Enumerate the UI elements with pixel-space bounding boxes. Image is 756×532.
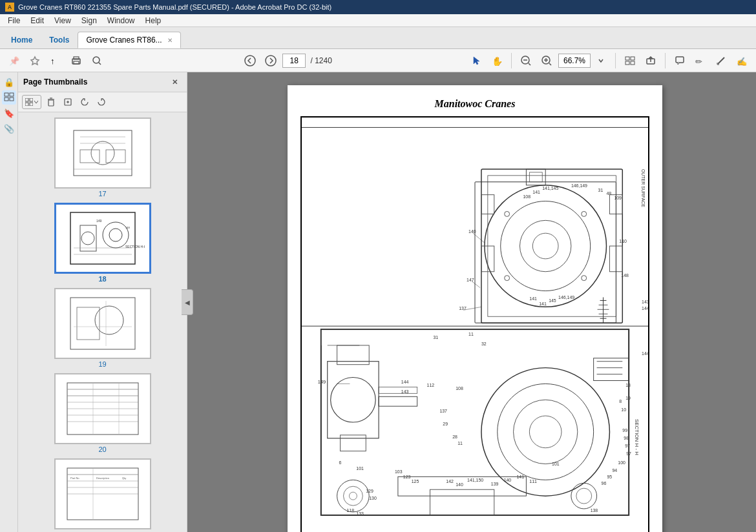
bookmark-icon[interactable]: 🔖 [2, 106, 16, 120]
tab-document[interactable]: Grove Cranes RT86... ✕ [78, 32, 180, 48]
tab-home-label: Home [11, 36, 32, 45]
svg-text:141: 141 [532, 190, 540, 194]
toolbar-search-btn[interactable] [88, 52, 106, 70]
svg-text:99: 99 [622, 428, 627, 433]
menu-sign[interactable]: Sign [76, 15, 102, 26]
menu-edit[interactable]: Edit [25, 15, 49, 26]
pdf-page-title: Manitowoc Cranes [300, 98, 649, 110]
zoom-dropdown-btn[interactable] [592, 52, 610, 70]
svg-text:139: 139 [491, 482, 499, 486]
svg-text:148: 148 [125, 226, 130, 229]
thumb-rotate-left-btn[interactable] [78, 95, 92, 109]
tab-tools[interactable]: Tools [41, 32, 78, 48]
svg-text:141: 141 [539, 302, 547, 306]
lock-icon[interactable]: 🔒 [2, 75, 16, 89]
thumb-img-20[interactable] [54, 373, 151, 444]
svg-rect-33 [30, 98, 33, 101]
share-btn[interactable] [642, 52, 660, 70]
thumb-label-20: 20 [98, 445, 106, 453]
svg-rect-32 [25, 98, 28, 101]
page-number-input[interactable]: 18 [282, 54, 306, 68]
select-tool-btn[interactable] [467, 52, 485, 70]
thumb-page-18[interactable]: 149 148 SECTION H-H 18 [54, 203, 151, 283]
svg-text:110: 110 [619, 239, 627, 243]
toolbar-pin-btn[interactable]: 📌 [5, 52, 23, 70]
thumb-img-18[interactable]: 149 148 SECTION H-H [54, 203, 151, 274]
fill-sign-btn[interactable]: ✍ [733, 52, 751, 70]
menu-window[interactable]: Window [102, 15, 140, 26]
thumbnails-header: Page Thumbnails ✕ [18, 72, 187, 92]
svg-rect-18 [625, 57, 629, 60]
svg-text:8: 8 [619, 399, 622, 404]
svg-rect-4 [74, 57, 79, 59]
svg-text:141,145: 141,145 [542, 186, 558, 190]
thumb-img-17[interactable] [54, 118, 151, 189]
thumb-rotate-right-btn[interactable] [94, 95, 109, 109]
svg-text:98: 98 [624, 436, 629, 440]
thumb-img-21[interactable]: Part No. Description Qty [54, 458, 151, 529]
toolbar-star-btn[interactable] [26, 52, 44, 70]
attachment-icon[interactable]: 📎 [2, 121, 16, 136]
svg-text:141: 141 [529, 296, 537, 301]
toolbar-print-btn[interactable] [67, 52, 85, 70]
svg-rect-61 [61, 294, 145, 353]
thumbnails-scroll[interactable]: 17 [18, 112, 187, 532]
svg-text:Description: Description [96, 476, 109, 480]
svg-text:↑: ↑ [50, 56, 55, 66]
view-options-btn[interactable] [621, 52, 639, 70]
zoom-input[interactable]: 66.7% [558, 54, 591, 68]
tab-home[interactable]: Home [3, 32, 41, 48]
draw-btn[interactable] [712, 52, 730, 70]
tab-close-icon[interactable]: ✕ [167, 37, 173, 44]
svg-text:📌: 📌 [9, 56, 19, 66]
svg-rect-31 [10, 97, 14, 101]
svg-text:129: 129 [366, 489, 373, 493]
svg-text:146,149: 146,149 [558, 295, 574, 300]
thumb-insert-btn[interactable] [61, 95, 75, 109]
svg-rect-5 [74, 61, 79, 64]
highlight-btn[interactable]: ✏ [691, 52, 709, 70]
collapse-panel-btn[interactable]: ◀ [182, 289, 193, 315]
svg-text:144: 144 [642, 306, 648, 311]
zoom-control: 66.7% [558, 52, 610, 70]
zoom-out-btn[interactable] [517, 52, 535, 70]
svg-text:100: 100 [618, 460, 625, 465]
svg-line-13 [529, 63, 530, 65]
svg-text:143: 143 [642, 300, 648, 304]
pdf-area[interactable]: Manitowoc Cranes OUTER SURFACE [187, 72, 756, 532]
svg-text:138: 138 [591, 508, 598, 513]
svg-text:95: 95 [607, 475, 612, 479]
thumb-view-dropdown[interactable] [22, 95, 41, 109]
thumb-page-20[interactable]: 20 [54, 373, 151, 453]
thumb-delete-btn[interactable] [44, 95, 58, 109]
thumb-page-17[interactable]: 17 [54, 118, 151, 198]
zoom-in-btn[interactable] [538, 52, 556, 70]
svg-text:OUTER SURFACE: OUTER SURFACE [641, 169, 646, 207]
menu-help[interactable]: Help [140, 15, 167, 26]
hand-tool-btn[interactable]: ✋ [488, 52, 506, 70]
thumbnails-icon[interactable] [2, 90, 16, 105]
thumb-img-19[interactable] [54, 288, 151, 359]
next-page-btn[interactable] [262, 52, 280, 70]
svg-text:Part No.: Part No. [70, 476, 80, 480]
thumb-page-21[interactable]: Part No. Description Qty 21 [54, 458, 151, 532]
toolbar: 📌 ↑ 18 / 1240 ✋ 66.7% [0, 49, 756, 72]
thumbnails-close-btn[interactable]: ✕ [167, 75, 182, 89]
svg-text:112: 112 [427, 383, 435, 387]
svg-text:140: 140 [456, 482, 463, 487]
svg-text:125: 125 [412, 479, 419, 484]
svg-text:94: 94 [612, 468, 617, 473]
svg-rect-24 [676, 57, 684, 63]
prev-page-btn[interactable] [241, 52, 259, 70]
menu-file[interactable]: File [3, 15, 25, 26]
svg-point-6 [93, 57, 100, 63]
comment-btn[interactable] [671, 52, 689, 70]
toolbar-upload-btn[interactable]: ↑ [47, 52, 65, 70]
svg-rect-21 [631, 61, 635, 65]
toolbar-sep-3 [665, 53, 666, 68]
menu-view[interactable]: View [49, 15, 76, 26]
svg-text:Qty: Qty [122, 476, 126, 480]
svg-text:18: 18 [625, 383, 631, 387]
thumb-page-19[interactable]: 19 [54, 288, 151, 368]
toolbar-sep-1 [511, 53, 512, 68]
